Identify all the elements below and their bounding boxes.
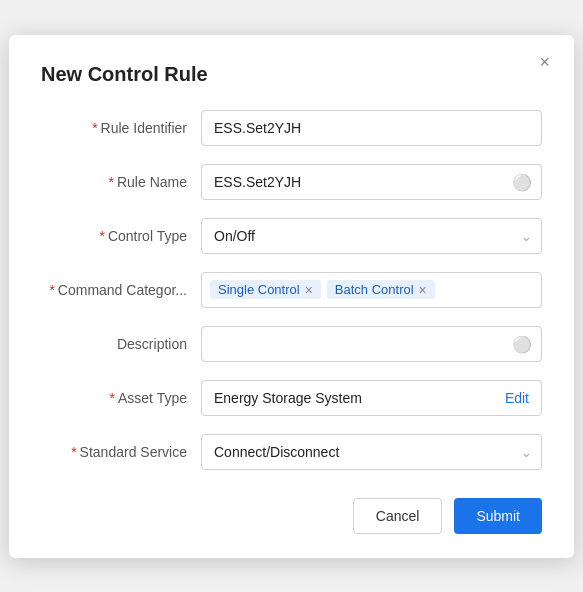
rule-identifier-row: *Rule Identifier (41, 110, 542, 146)
description-control: ⚪ (201, 326, 542, 362)
submit-button[interactable]: Submit (454, 498, 542, 534)
command-category-control: Single Control × Batch Control × (201, 272, 542, 308)
asset-type-edit-link[interactable]: Edit (505, 390, 529, 406)
required-star: * (99, 228, 104, 244)
required-star: * (92, 120, 97, 136)
required-star: * (49, 282, 54, 298)
tag-label: Batch Control (335, 282, 414, 297)
description-row: Description ⚪ (41, 326, 542, 362)
rule-name-row: *Rule Name ⚪ (41, 164, 542, 200)
standard-service-label: *Standard Service (41, 444, 201, 460)
rule-identifier-input[interactable] (201, 110, 542, 146)
standard-service-control: Connect/Disconnect Frequency Regulation … (201, 434, 542, 470)
description-input[interactable] (201, 326, 542, 362)
description-label: Description (41, 336, 201, 352)
rule-name-control: ⚪ (201, 164, 542, 200)
standard-service-select[interactable]: Connect/Disconnect Frequency Regulation … (201, 434, 542, 470)
tag-label: Single Control (218, 282, 300, 297)
standard-service-row: *Standard Service Connect/Disconnect Fre… (41, 434, 542, 470)
control-type-row: *Control Type On/Off Setpoint Schedule ⌄ (41, 218, 542, 254)
rule-identifier-control (201, 110, 542, 146)
control-type-label: *Control Type (41, 228, 201, 244)
close-button[interactable]: × (533, 51, 556, 73)
required-star: * (71, 444, 76, 460)
asset-type-row: *Asset Type Energy Storage System Edit (41, 380, 542, 416)
asset-type-label: *Asset Type (41, 390, 201, 406)
dialog-footer: Cancel Submit (41, 498, 542, 534)
command-category-label: *Command Categor... (41, 282, 201, 298)
cancel-button[interactable]: Cancel (353, 498, 443, 534)
tag-single-control: Single Control × (210, 280, 321, 299)
asset-type-control: Energy Storage System Edit (201, 380, 542, 416)
rule-identifier-label: *Rule Identifier (41, 120, 201, 136)
required-star: * (109, 174, 114, 190)
tag-remove-batch-control[interactable]: × (419, 283, 427, 297)
rule-name-input[interactable] (201, 164, 542, 200)
dialog-title: New Control Rule (41, 63, 542, 86)
new-control-rule-dialog: New Control Rule × *Rule Identifier *Rul… (9, 35, 574, 558)
control-type-control: On/Off Setpoint Schedule ⌄ (201, 218, 542, 254)
control-type-select[interactable]: On/Off Setpoint Schedule (201, 218, 542, 254)
asset-type-field: Energy Storage System Edit (201, 380, 542, 416)
rule-name-label: *Rule Name (41, 174, 201, 190)
tag-batch-control: Batch Control × (327, 280, 435, 299)
tag-remove-single-control[interactable]: × (305, 283, 313, 297)
required-star: * (110, 390, 115, 406)
asset-type-value: Energy Storage System (214, 390, 362, 406)
command-category-row: *Command Categor... Single Control × Bat… (41, 272, 542, 308)
tags-field[interactable]: Single Control × Batch Control × (201, 272, 542, 308)
